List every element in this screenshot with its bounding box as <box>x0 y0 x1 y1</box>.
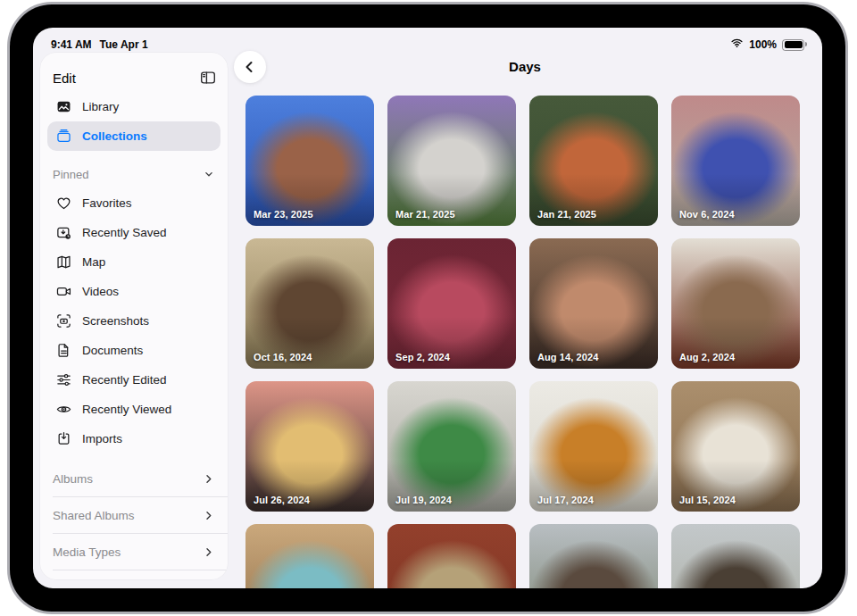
photo-tile[interactable]: Jan 21, 2025 <box>529 96 658 226</box>
photo-tile[interactable]: Sep 2, 2024 <box>387 238 516 369</box>
photo-tile[interactable]: Jul 15, 2024 <box>671 381 800 512</box>
section-label: Media Types <box>53 545 121 559</box>
status-bar: 9:41 AM Tue Apr 1 100% <box>33 28 822 53</box>
photo-grid: Mar 23, 2025Mar 21, 2025Jan 21, 2025Nov … <box>245 96 800 588</box>
sidebar-item-label: Videos <box>82 285 119 298</box>
section-label: Albums <box>53 472 93 486</box>
page-title: Days <box>228 59 822 74</box>
sliders-icon <box>53 371 74 388</box>
device-frame: 9:41 AM Tue Apr 1 100% Edit LibraryColle… <box>10 4 845 612</box>
sidebar-item-map[interactable]: Map <box>47 247 220 277</box>
sidebar-item-label: Documents <box>82 344 143 357</box>
photo-date-label: Mar 21, 2025 <box>395 209 455 220</box>
photo-tile[interactable]: Jul 17, 2024 <box>529 381 658 512</box>
photo-tile[interactable]: Aug 2, 2024 <box>671 238 800 369</box>
sidebar-item-collections[interactable]: Collections <box>47 121 220 151</box>
pinned-section-header[interactable]: Pinned <box>53 162 215 187</box>
section-label: Shared Albums <box>53 509 135 522</box>
photo-tile[interactable] <box>529 524 658 588</box>
sidebar-item-documents[interactable]: Documents <box>47 336 220 365</box>
chevron-down-icon <box>203 168 215 180</box>
photo-date-label: Aug 14, 2024 <box>537 352 598 362</box>
recently-saved-icon <box>53 224 74 241</box>
chevron-right-icon <box>202 545 215 559</box>
photo-date-label: Mar 23, 2025 <box>254 209 313 220</box>
sidebar-header: Edit <box>53 63 217 92</box>
chevron-right-icon <box>202 472 215 486</box>
sidebar-item-label: Imports <box>82 432 122 445</box>
eye-icon <box>53 401 74 418</box>
photo-date-label: Jul 15, 2024 <box>679 495 736 505</box>
sidebar-item-label: Recently Viewed <box>82 403 171 416</box>
photo-tile[interactable]: Nov 6, 2024 <box>671 96 800 226</box>
sidebar: Edit LibraryCollections Pinned Favorites… <box>40 53 228 579</box>
sidebar-top-items: LibraryCollections <box>40 92 228 151</box>
photo-date-label: Jul 19, 2024 <box>395 495 452 505</box>
clock: 9:41 AM <box>51 38 92 51</box>
photo-tile[interactable]: Mar 23, 2025 <box>245 96 374 226</box>
sidebar-section-albums[interactable]: Albums <box>47 461 220 496</box>
sidebar-item-label: Collections <box>82 129 147 143</box>
sidebar-item-recently-saved[interactable]: Recently Saved <box>47 218 220 247</box>
sidebar-item-imports[interactable]: Imports <box>47 424 220 454</box>
main-content: Days Mar 23, 2025Mar 21, 2025Jan 21, 202… <box>228 51 822 588</box>
sidebar-item-label: Recently Edited <box>82 373 167 387</box>
sidebar-item-label: Favorites <box>82 196 132 210</box>
collections-icon <box>53 128 74 145</box>
sidebar-section-shared-albums[interactable]: Shared Albums <box>47 497 220 533</box>
photo-date-label: Jan 21, 2025 <box>537 209 596 220</box>
document-icon <box>53 342 74 359</box>
sidebar-item-screenshots[interactable]: Screenshots <box>47 306 220 336</box>
photo-tile[interactable]: Jul 26, 2024 <box>245 381 374 512</box>
photo-date-label: Jul 26, 2024 <box>254 495 310 505</box>
photo-tile[interactable]: Aug 14, 2024 <box>529 238 658 369</box>
sidebar-item-videos[interactable]: Videos <box>47 277 220 306</box>
sidebar-item-recently-viewed[interactable]: Recently Viewed <box>47 395 220 424</box>
photo-date-label: Aug 2, 2024 <box>679 352 735 362</box>
sidebar-sections: AlbumsShared AlbumsMedia Types <box>40 461 228 570</box>
photo-date-label: Sep 2, 2024 <box>395 352 450 362</box>
map-icon <box>53 254 74 271</box>
sidebar-item-library[interactable]: Library <box>47 92 220 121</box>
photo-tile[interactable]: Mar 21, 2025 <box>387 96 516 226</box>
pinned-label: Pinned <box>53 168 88 181</box>
sidebar-item-label: Library <box>82 100 119 113</box>
photo-tile[interactable] <box>671 524 800 588</box>
import-icon <box>53 430 74 447</box>
battery-percent: 100% <box>749 38 777 51</box>
sidebar-item-favorites[interactable]: Favorites <box>47 188 220 218</box>
photos-icon <box>53 98 74 115</box>
sidebar-section-media-types[interactable]: Media Types <box>47 534 220 570</box>
photo-date-label: Jul 17, 2024 <box>537 495 594 505</box>
photo-date-label: Nov 6, 2024 <box>679 209 735 220</box>
sidebar-item-recently-edited[interactable]: Recently Edited <box>47 365 220 395</box>
photo-tile[interactable]: Oct 16, 2024 <box>245 238 374 369</box>
edit-button[interactable]: Edit <box>53 71 76 86</box>
photo-date-label: Oct 16, 2024 <box>254 352 312 362</box>
screen: 9:41 AM Tue Apr 1 100% Edit LibraryColle… <box>33 28 822 588</box>
photo-tile[interactable] <box>245 524 374 588</box>
sidebar-item-label: Recently Saved <box>82 226 167 239</box>
divider <box>53 570 228 570</box>
heart-icon <box>53 195 74 212</box>
screenshot-icon <box>53 312 74 329</box>
sidebar-item-label: Screenshots <box>82 314 149 328</box>
photo-tile[interactable]: Jul 19, 2024 <box>387 381 516 512</box>
sidebar-item-label: Map <box>82 255 105 269</box>
video-camera-icon <box>53 283 74 300</box>
sidebar-toggle-button[interactable] <box>199 69 217 87</box>
chevron-right-icon <box>202 509 215 522</box>
photo-tile[interactable] <box>387 524 516 588</box>
battery-icon <box>782 39 804 51</box>
sidebar-pinned-items: FavoritesRecently SavedMapVideosScreensh… <box>40 188 228 454</box>
status-date: Tue Apr 1 <box>100 38 148 51</box>
